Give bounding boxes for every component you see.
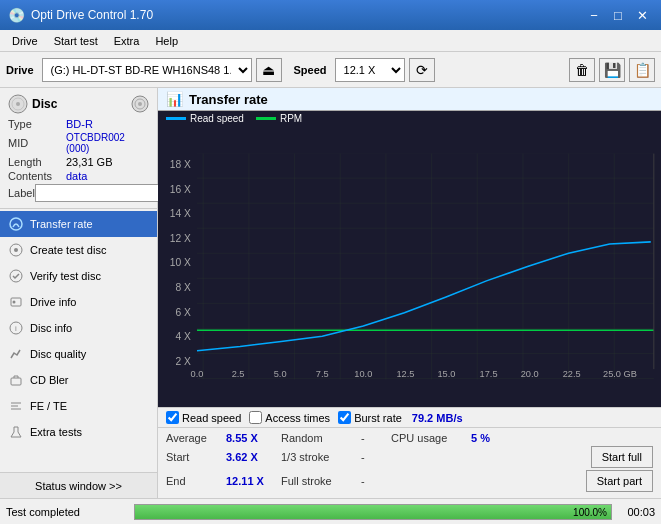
burst-rate-checkbox[interactable] xyxy=(338,411,351,424)
svg-text:4 X: 4 X xyxy=(175,331,191,342)
legend-read-speed-label: Read speed xyxy=(190,113,244,124)
fe-te-icon xyxy=(8,398,24,414)
speed-select[interactable]: 12.1 X xyxy=(335,58,405,82)
menu-extra[interactable]: Extra xyxy=(106,33,148,49)
nav-item-extra-tests[interactable]: Extra tests xyxy=(0,419,157,445)
disc-type-row: Type BD-R xyxy=(8,118,149,130)
cpu-usage-value: 5 % xyxy=(471,432,653,444)
menu-help[interactable]: Help xyxy=(147,33,186,49)
speed-label: Speed xyxy=(294,64,327,76)
cpu-usage-label: CPU usage xyxy=(391,432,471,444)
start-part-button[interactable]: Start part xyxy=(586,470,653,492)
svg-text:0.0: 0.0 xyxy=(191,369,204,379)
checkbox-access-times: Access times xyxy=(249,411,330,424)
app-title: Opti Drive Control 1.70 xyxy=(31,8,583,22)
svg-text:15.0: 15.0 xyxy=(437,369,455,379)
svg-rect-15 xyxy=(197,154,654,380)
verify-test-disc-icon xyxy=(8,268,24,284)
panel-header-icon: 📊 xyxy=(166,91,183,107)
nav-item-transfer-rate[interactable]: Transfer rate xyxy=(0,211,157,237)
save-button[interactable]: 📋 xyxy=(629,58,655,82)
checkbox-read-speed: Read speed xyxy=(166,411,241,424)
menu-start-test[interactable]: Start test xyxy=(46,33,106,49)
maximize-button[interactable]: □ xyxy=(607,5,629,25)
disc-section-title: Disc xyxy=(32,97,57,111)
status-text: Test completed xyxy=(6,506,126,518)
nav-item-create-test-disc[interactable]: Create test disc xyxy=(0,237,157,263)
legend-rpm-label: RPM xyxy=(280,113,302,124)
nav-item-fe-te[interactable]: FE / TE xyxy=(0,393,157,419)
start-label: Start xyxy=(166,451,226,463)
svg-text:17.5: 17.5 xyxy=(480,369,498,379)
disc-length-row: Length 23,31 GB xyxy=(8,156,149,168)
elapsed-time: 00:03 xyxy=(620,506,655,518)
stats-row-start: Start 3.62 X 1/3 stroke - Start full xyxy=(166,446,653,468)
svg-text:5.0: 5.0 xyxy=(274,369,287,379)
svg-text:i: i xyxy=(15,324,17,333)
create-test-disc-icon xyxy=(8,242,24,258)
chart-wrapper: Read speed RPM 18 X 16 X 14 X xyxy=(158,111,661,407)
svg-text:16 X: 16 X xyxy=(170,184,191,195)
progress-fill xyxy=(135,505,611,519)
status-window-button[interactable]: Status window >> xyxy=(0,472,157,498)
nav-label-drive-info: Drive info xyxy=(30,296,76,308)
svg-text:20.0: 20.0 xyxy=(521,369,539,379)
read-speed-checkbox-label: Read speed xyxy=(182,412,241,424)
disc-mid-row: MID OTCBDR002 (000) xyxy=(8,132,149,154)
drive-info-icon xyxy=(8,294,24,310)
burst-rate-value: 79.2 MB/s xyxy=(412,412,463,424)
nav-item-disc-quality[interactable]: Disc quality xyxy=(0,341,157,367)
svg-rect-14 xyxy=(11,378,21,385)
nav-item-verify-test-disc[interactable]: Verify test disc xyxy=(0,263,157,289)
nav-item-disc-info[interactable]: i Disc info xyxy=(0,315,157,341)
checkbox-row: Read speed Access times Burst rate 79.2 … xyxy=(158,407,661,428)
window-controls: − □ ✕ xyxy=(583,5,653,25)
disc-small-icon xyxy=(131,95,149,113)
nav-label-extra-tests: Extra tests xyxy=(30,426,82,438)
disc-label-row: Label 🔍 xyxy=(8,184,149,202)
titlebar: 💿 Opti Drive Control 1.70 − □ ✕ xyxy=(0,0,661,30)
app-icon: 💿 xyxy=(8,7,25,23)
svg-text:10.0: 10.0 xyxy=(354,369,372,379)
close-button[interactable]: ✕ xyxy=(631,5,653,25)
svg-text:10 X: 10 X xyxy=(170,258,191,269)
write-button[interactable]: 💾 xyxy=(599,58,625,82)
stats-row-end: End 12.11 X Full stroke - Start part xyxy=(166,470,653,492)
menu-drive[interactable]: Drive xyxy=(4,33,46,49)
svg-text:18 X: 18 X xyxy=(170,159,191,170)
nav-items: Transfer rate Create test disc Verify te… xyxy=(0,209,157,472)
one-third-stroke-label: 1/3 stroke xyxy=(281,451,361,463)
average-value: 8.55 X xyxy=(226,432,281,444)
disc-info-panel: Disc Type BD-R MID OTCBDR002 (000) Lengt… xyxy=(0,88,157,209)
drive-select[interactable]: (G:) HL-DT-ST BD-RE WH16NS48 1.D3 xyxy=(42,58,252,82)
stats-row-average: Average 8.55 X Random - CPU usage 5 % xyxy=(166,432,653,444)
minimize-button[interactable]: − xyxy=(583,5,605,25)
disc-contents-row: Contents data xyxy=(8,170,149,182)
eject-button[interactable]: ⏏ xyxy=(256,58,282,82)
disc-icon xyxy=(8,94,28,114)
full-stroke-label: Full stroke xyxy=(281,475,361,487)
svg-point-2 xyxy=(16,102,20,106)
refresh-button[interactable]: ⟳ xyxy=(409,58,435,82)
nav-label-disc-info: Disc info xyxy=(30,322,72,334)
svg-text:25.0 GB: 25.0 GB xyxy=(603,369,637,379)
svg-text:8 X: 8 X xyxy=(175,282,191,293)
svg-text:6 X: 6 X xyxy=(175,307,191,318)
statusbar: Test completed 100.0% 00:03 xyxy=(0,498,661,524)
drive-label: Drive xyxy=(6,64,34,76)
svg-text:2 X: 2 X xyxy=(175,356,191,367)
delete-button[interactable]: 🗑 xyxy=(569,58,595,82)
svg-text:12 X: 12 X xyxy=(170,233,191,244)
nav-item-cd-bler[interactable]: CD Bler xyxy=(0,367,157,393)
read-speed-checkbox[interactable] xyxy=(166,411,179,424)
start-full-button[interactable]: Start full xyxy=(591,446,653,468)
nav-item-drive-info[interactable]: Drive info xyxy=(0,289,157,315)
svg-text:12.5: 12.5 xyxy=(396,369,414,379)
toolbar: Drive (G:) HL-DT-ST BD-RE WH16NS48 1.D3 … xyxy=(0,52,661,88)
transfer-rate-chart: 18 X 16 X 14 X 12 X 10 X 8 X 6 X 4 X 2 X… xyxy=(158,126,661,407)
content-area: 📊 Transfer rate Read speed RPM xyxy=(158,88,661,498)
access-times-checkbox[interactable] xyxy=(249,411,262,424)
full-stroke-value: - xyxy=(361,475,391,487)
checkbox-burst-rate: Burst rate xyxy=(338,411,402,424)
sidebar: Disc Type BD-R MID OTCBDR002 (000) Lengt… xyxy=(0,88,158,498)
